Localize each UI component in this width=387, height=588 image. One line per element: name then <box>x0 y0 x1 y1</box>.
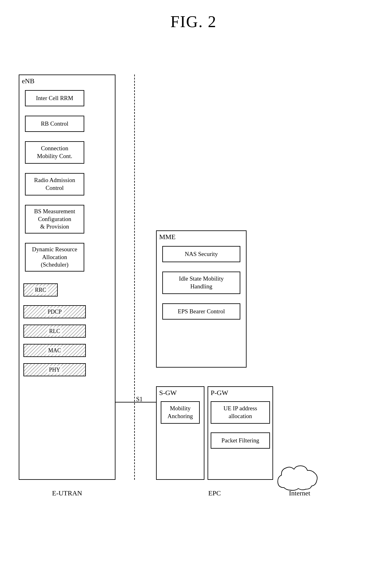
nas-security-box: NAS Security <box>162 246 240 262</box>
diagram-area: eNB Inter Cell RRM RB Control Connection… <box>0 56 387 570</box>
fig-title: FIG. 2 <box>0 12 387 31</box>
eps-bearer-text: EPS Bearer Control <box>178 308 225 316</box>
dynamic-resource-text: Dynamic ResourceAllocation(Scheduler) <box>32 246 77 269</box>
bs-measurement-box: BS MeasurementConfiguration& Provision <box>25 205 84 234</box>
rb-control-text: RB Control <box>41 120 68 128</box>
mobility-anchoring-text: MobilityAnchoring <box>168 405 193 420</box>
internet-label: Internet <box>278 489 321 497</box>
s1-label: S1 <box>136 396 143 403</box>
ue-ip-box: UE IP addressallocation <box>211 401 270 424</box>
idle-state-text: Idle State MobilityHandling <box>179 275 224 290</box>
pdcp-label: PDCP <box>46 308 63 316</box>
s1-line <box>115 402 156 402</box>
connection-mobility-text: ConnectionMobility Cont. <box>37 145 72 160</box>
epc-label: EPC <box>156 489 273 497</box>
enb-label: eNB <box>22 77 34 85</box>
packet-filtering-box: Packet Filtering <box>211 432 270 449</box>
packet-filtering-text: Packet Filtering <box>222 437 259 445</box>
sgw-outer-box <box>156 386 204 480</box>
nas-security-text: NAS Security <box>185 250 218 258</box>
rrc-label: RRC <box>33 286 48 294</box>
connection-mobility-box: ConnectionMobility Cont. <box>25 141 84 164</box>
rlc-box: RLC <box>23 325 86 338</box>
pdcp-box: PDCP <box>23 305 86 318</box>
dynamic-resource-box: Dynamic ResourceAllocation(Scheduler) <box>25 243 84 272</box>
pgw-label: P-GW <box>211 389 228 397</box>
sgw-label: S-GW <box>159 389 177 397</box>
radio-admission-box: Radio AdmissionControl <box>25 173 84 195</box>
enb-outer-box <box>19 75 115 480</box>
mobility-anchoring-box: MobilityAnchoring <box>161 401 200 424</box>
phy-box: PHY <box>23 363 86 376</box>
radio-admission-text: Radio AdmissionControl <box>34 176 75 192</box>
mme-label: MME <box>159 233 176 241</box>
rlc-label: RLC <box>47 327 62 335</box>
bs-measurement-text: BS MeasurementConfiguration& Provision <box>34 208 75 231</box>
eutran-label: E-UTRAN <box>19 489 115 497</box>
mac-box: MAC <box>23 344 86 357</box>
phy-label: PHY <box>47 366 62 374</box>
rrc-box: RRC <box>23 283 58 296</box>
inter-cell-rrm-text: Inter Cell RRM <box>36 94 73 102</box>
eps-bearer-box: EPS Bearer Control <box>162 303 240 320</box>
inter-cell-rrm-box: Inter Cell RRM <box>25 90 84 106</box>
rb-control-box: RB Control <box>25 116 84 132</box>
idle-state-box: Idle State MobilityHandling <box>162 272 240 294</box>
mac-label: MAC <box>46 347 63 354</box>
dashed-separator-line <box>134 75 135 480</box>
ue-ip-text: UE IP addressallocation <box>223 405 257 420</box>
page-container: FIG. 2 eNB Inter Cell RRM RB Control Con… <box>0 0 387 588</box>
